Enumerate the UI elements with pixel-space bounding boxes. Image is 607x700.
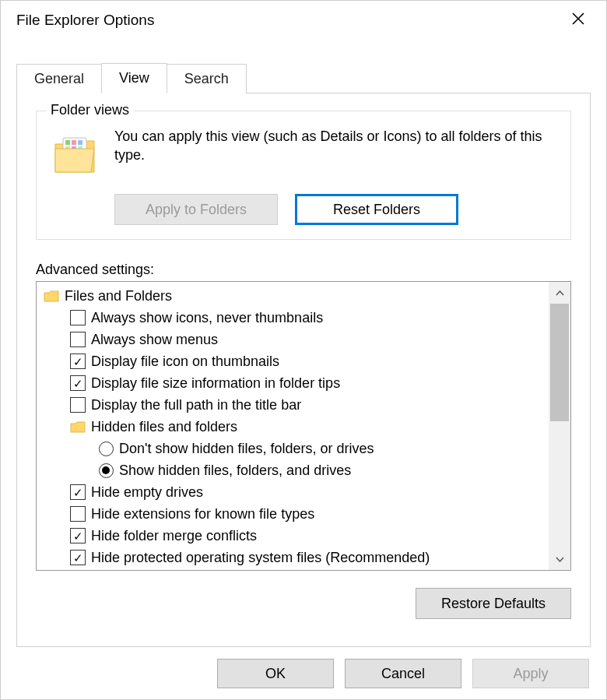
- svg-rect-3: [78, 140, 82, 145]
- tree-item-label: Show hidden files, folders, and drives: [119, 463, 351, 479]
- scroll-down-button[interactable]: [549, 548, 570, 570]
- advanced-settings-box: Files and Folders Always show icons, nev…: [36, 281, 571, 571]
- chevron-up-icon: [556, 290, 564, 296]
- apply-button: Apply: [472, 659, 589, 688]
- folder-icon: [43, 287, 60, 304]
- folder-views-legend: Folder views: [46, 102, 134, 118]
- folder-views-description: You can apply this view (such as Details…: [114, 127, 556, 165]
- scroll-up-button[interactable]: [549, 282, 570, 304]
- tree-item-checkbox[interactable]: Hide extensions for known file types: [41, 503, 549, 525]
- tree-item-label: Always show icons, never thumbnails: [91, 310, 323, 326]
- tree-item-checkbox[interactable]: Always show menus: [41, 329, 549, 350]
- checkbox-checked-icon: ✓: [69, 375, 86, 392]
- tree-item-checkbox[interactable]: ✓ Hide folder merge conflicts: [41, 525, 549, 547]
- tree-item-label: Don't show hidden files, folders, or dri…: [119, 441, 374, 457]
- tab-strip: General View Search: [16, 62, 606, 93]
- tree-group-label: Hidden files and folders: [91, 419, 237, 435]
- folder-views-group: Folder views You can apply t: [36, 111, 571, 240]
- checkbox-icon: [69, 505, 86, 522]
- tree-item-label: Hide empty drives: [91, 484, 203, 501]
- dialog-window: File Explorer Options General View Searc…: [0, 0, 607, 700]
- close-icon: [571, 12, 585, 26]
- tab-panel-view: Folder views You can apply t: [16, 93, 591, 647]
- checkbox-checked-icon: ✓: [69, 353, 86, 370]
- tree-item-label: Display file icon on thumbnails: [91, 354, 279, 370]
- tab-search[interactable]: Search: [167, 64, 247, 93]
- tree-group-files-and-folders[interactable]: Files and Folders: [41, 285, 549, 307]
- tree-item-checkbox[interactable]: ✓ Hide empty drives: [41, 481, 549, 503]
- checkbox-icon: [69, 331, 86, 348]
- tab-general[interactable]: General: [16, 64, 102, 93]
- chevron-down-icon: [556, 557, 564, 562]
- checkbox-checked-icon: ✓: [69, 527, 86, 544]
- tree-item-label: Display the full path in the title bar: [91, 397, 301, 413]
- radio-icon: [97, 440, 114, 457]
- tree-item-checkbox[interactable]: Always show icons, never thumbnails: [41, 307, 549, 329]
- tree-item-checkbox[interactable]: ✓ Hide protected operating system files …: [41, 547, 549, 568]
- tree-item-label: Hide extensions for known file types: [91, 506, 314, 522]
- folder-thumbnail-icon: [51, 130, 100, 180]
- tree-item-label: Hide protected operating system files (R…: [91, 550, 430, 566]
- checkbox-checked-icon: ✓: [69, 484, 86, 501]
- tree-item-label: Display file size information in folder …: [91, 375, 340, 392]
- scroll-track[interactable]: [549, 304, 570, 548]
- tree-item-radio[interactable]: Show hidden files, folders, and drives: [41, 459, 549, 481]
- window-title: File Explorer Options: [16, 12, 154, 29]
- tree-group-label: Files and Folders: [65, 288, 172, 304]
- tab-view[interactable]: View: [101, 63, 167, 93]
- advanced-settings-label: Advanced settings:: [36, 262, 571, 278]
- tree-item-checkbox[interactable]: ✓ Display file icon on thumbnails: [41, 350, 549, 372]
- tree-item-checkbox[interactable]: ✓ Display file size information in folde…: [41, 372, 549, 394]
- advanced-scrollbar[interactable]: [549, 282, 570, 570]
- tree-item-label: Always show menus: [91, 332, 218, 348]
- tree-group-hidden-files[interactable]: Hidden files and folders: [41, 416, 549, 438]
- svg-rect-2: [72, 140, 76, 145]
- advanced-settings-tree[interactable]: Files and Folders Always show icons, nev…: [37, 282, 549, 570]
- ok-button[interactable]: OK: [217, 659, 334, 688]
- tree-item-radio[interactable]: Don't show hidden files, folders, or dri…: [41, 438, 549, 459]
- checkbox-checked-icon: ✓: [69, 549, 86, 566]
- checkbox-icon: [69, 396, 86, 413]
- tree-item-checkbox[interactable]: Display the full path in the title bar: [41, 394, 549, 416]
- scroll-thumb[interactable]: [550, 304, 569, 421]
- checkbox-icon: [69, 309, 86, 326]
- dialog-button-row: OK Cancel Apply: [217, 659, 589, 688]
- close-button[interactable]: [563, 5, 594, 36]
- apply-to-folders-button: Apply to Folders: [114, 194, 278, 225]
- folder-icon: [69, 418, 86, 435]
- restore-defaults-button[interactable]: Restore Defaults: [416, 588, 571, 619]
- cancel-button[interactable]: Cancel: [345, 659, 461, 688]
- radio-selected-icon: [97, 462, 114, 479]
- tree-item-label: Hide folder merge conflicts: [91, 528, 257, 544]
- title-bar: File Explorer Options: [1, 1, 606, 40]
- reset-folders-button[interactable]: Reset Folders: [295, 194, 458, 225]
- svg-rect-1: [65, 140, 70, 145]
